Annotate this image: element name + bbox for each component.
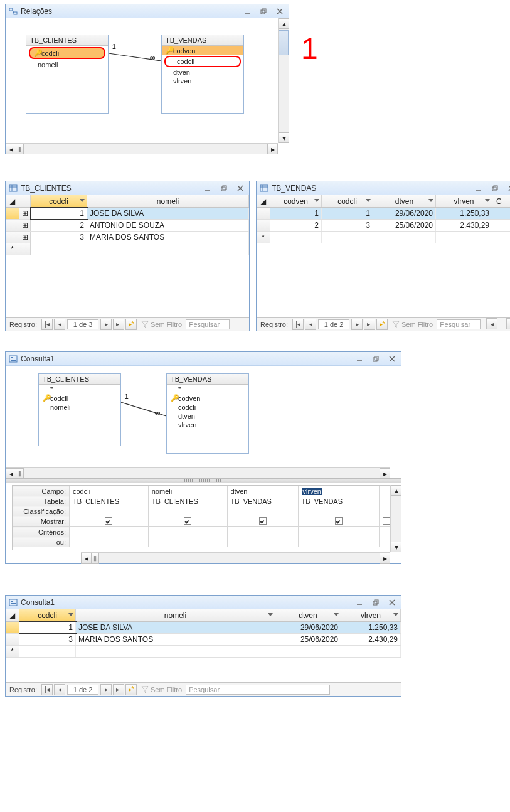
close-button[interactable]	[274, 7, 286, 11]
titlebar-relations[interactable]: Relações	[6, 4, 289, 10]
restore-button[interactable]	[257, 7, 270, 11]
title-text: Relações	[21, 7, 52, 11]
minimize-button[interactable]	[241, 7, 253, 11]
svg-rect-3	[261, 10, 265, 11]
svg-rect-0	[9, 8, 13, 11]
relations-icon	[8, 6, 18, 11]
window-relations: Relações TB_CLIENTES 🔑 codcli nomeli TB_…	[5, 4, 289, 10]
